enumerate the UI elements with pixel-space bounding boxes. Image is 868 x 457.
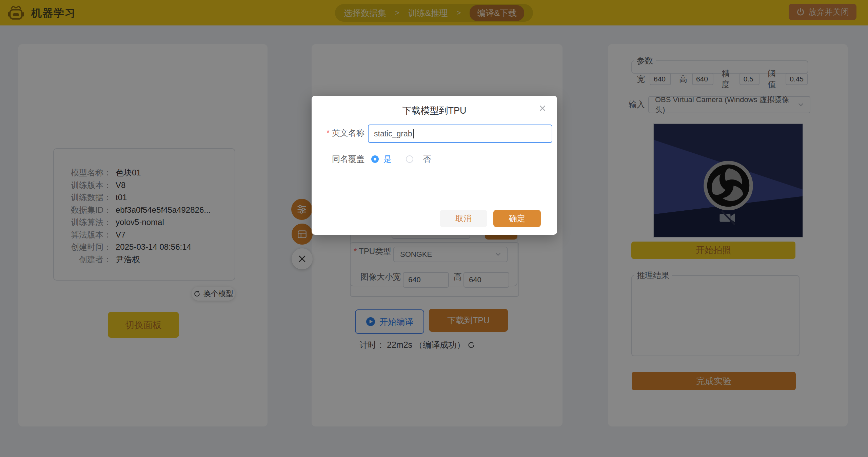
- required-mark: *: [327, 128, 330, 137]
- radio-yes-label[interactable]: 是: [383, 154, 392, 165]
- text-cursor: [413, 129, 414, 138]
- close-icon: [538, 104, 547, 112]
- english-name-input[interactable]: static_grab: [368, 125, 552, 143]
- overwrite-radio-group: 是 否: [371, 154, 431, 164]
- overwrite-label: 同名覆盖: [312, 154, 364, 164]
- modal-close-button[interactable]: [537, 102, 548, 114]
- confirm-button[interactable]: 确定: [493, 210, 541, 227]
- cancel-button[interactable]: 取消: [440, 210, 487, 227]
- radio-yes-selected[interactable]: [371, 155, 379, 163]
- radio-no-label[interactable]: 否: [423, 154, 431, 165]
- modal-title: 下载模型到TPU: [312, 104, 557, 117]
- download-to-tpu-modal: 下载模型到TPU * 英文名称 static_grab 同名覆盖 是 否 取消 …: [312, 96, 557, 235]
- radio-no[interactable]: [406, 155, 413, 163]
- english-name-label: * 英文名称: [312, 125, 364, 141]
